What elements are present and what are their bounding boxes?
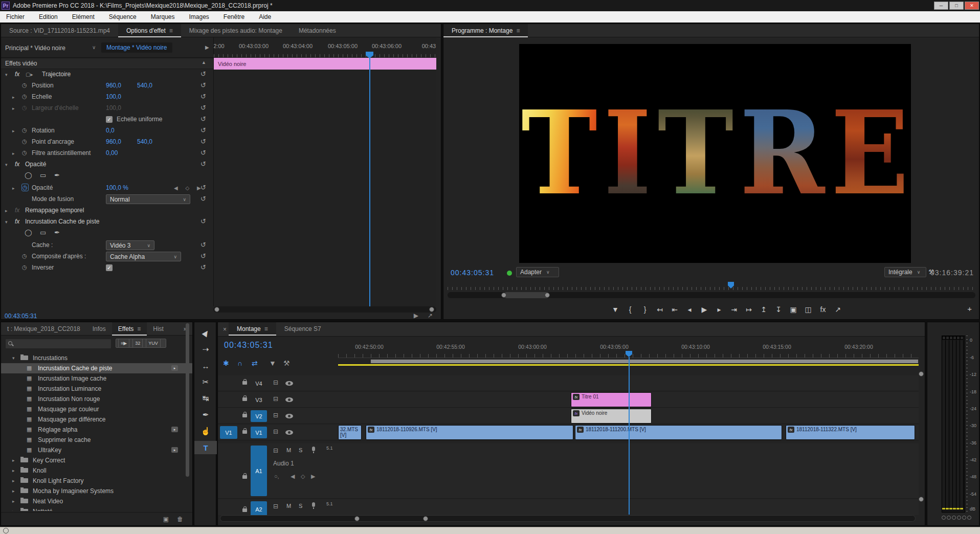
effects-scrollbar[interactable] [186, 323, 189, 477]
snap-icon[interactable]: ∩ [237, 359, 242, 367]
mute-button[interactable]: M [286, 447, 291, 453]
value-x[interactable]: 960,0 [106, 138, 121, 145]
ellipse-mask-icon[interactable]: ◯ [25, 171, 32, 179]
composite-using-select[interactable]: Cache Alpha∨ [106, 252, 181, 261]
effects-tree-item[interactable]: ▸ ▦ Key Correct ▸ [1, 455, 192, 465]
twirl-icon[interactable]: ▾ [5, 162, 8, 167]
timeline-timecode[interactable]: 00:43:05:31 [224, 341, 273, 350]
lock-icon[interactable] [242, 430, 247, 434]
playback-resolution-select[interactable]: Intégrale∨ [884, 267, 926, 277]
toggle-track-output-icon[interactable] [285, 430, 293, 435]
reset-icon[interactable]: ↺ [201, 138, 206, 145]
reset-icon[interactable]: ↺ [201, 195, 206, 203]
toggle-track-output-icon[interactable] [285, 414, 293, 418]
slip-tool[interactable]: ↹ [194, 392, 217, 405]
stopwatch-icon[interactable]: ◷ [22, 149, 27, 156]
sync-lock-icon[interactable]: ⊟ [273, 412, 278, 419]
extract-icon[interactable]: ↧ [775, 305, 782, 314]
clip[interactable]: fxTitre 01 [571, 392, 652, 407]
pen-mask-icon[interactable]: ✒ [54, 229, 60, 236]
stopwatch-icon[interactable]: ◷ [22, 253, 27, 259]
tab-montage[interactable]: Montage≡ [229, 322, 276, 336]
add-marker-icon[interactable]: ▼ [612, 305, 619, 314]
vscroll-handle-top[interactable] [919, 371, 924, 376]
step-forward-icon[interactable]: ▸ [716, 305, 723, 314]
sync-lock-icon[interactable]: ⊟ [273, 447, 278, 454]
twirl-icon[interactable]: ▸ [12, 95, 15, 100]
value[interactable]: 0,0 [106, 127, 115, 134]
program-zoombar[interactable] [448, 292, 975, 298]
reset-icon[interactable]: ↺ [201, 184, 206, 191]
tab-options-effet[interactable]: Options d'effet≡ [118, 24, 181, 37]
timeline-vscrollbar[interactable] [919, 371, 924, 515]
zoombar-handle-left[interactable] [214, 307, 219, 312]
track-target-button[interactable]: V4 [251, 377, 267, 389]
twirl-icon[interactable]: ▸ [12, 151, 15, 156]
reset-icon[interactable]: ↺ [201, 252, 206, 260]
program-timecode[interactable]: 00:43:05:31 [451, 269, 494, 277]
yuv-filter[interactable]: YUV [146, 339, 161, 348]
tab-source[interactable]: Source : VID_17112018-115231.mp4≡ [1, 24, 118, 37]
reset-icon[interactable]: ↺ [201, 104, 206, 112]
keyframe-display-icon[interactable]: ○‚ [274, 473, 279, 479]
clip[interactable]: fx18112018-111200.MTS [V] [575, 425, 782, 440]
tab-programme-montage[interactable]: Programme : Montage ≡ [443, 24, 528, 37]
rect-mask-icon[interactable]: ▭ [40, 171, 46, 179]
effects-tree-item[interactable]: ▦ Réglage alpha ▸ [1, 425, 192, 435]
close-button[interactable]: ✕ [965, 2, 979, 10]
effects-tree-item[interactable]: ▦ Incrustation Luminance ▸ [1, 384, 192, 394]
voiceover-record-icon[interactable] [312, 502, 315, 507]
zoombar-handle-left[interactable] [501, 293, 506, 298]
hand-tool[interactable]: ☝ [194, 425, 217, 438]
fx-badge-icon[interactable]: fx [15, 71, 19, 78]
menu-aide[interactable]: Aide [259, 13, 271, 20]
export-icon[interactable]: ↗ [428, 312, 433, 319]
panel-menu-icon[interactable]: ≡ [169, 27, 173, 34]
value-y[interactable]: 540,0 [137, 82, 152, 89]
clip[interactable]: fx18112018-110926.MTS [V] [366, 425, 573, 440]
effects-tree-item[interactable]: ▦ Incrustation Non rouge ▸ [1, 394, 192, 404]
stopwatch-icon[interactable]: ◷ [22, 138, 27, 145]
vscroll-handle-bottom[interactable] [919, 497, 924, 502]
clip[interactable]: fxVidéo noire [571, 409, 652, 424]
channel-dot[interactable] [942, 516, 946, 520]
tab-metadonnees[interactable]: Métadonnées≡ [291, 24, 344, 37]
add-keyframe-icon[interactable]: ◇ [301, 473, 305, 480]
tab-historique[interactable]: Hist≡ [147, 322, 170, 336]
tab-projet[interactable]: t : Mexique_2018_CC2018≡ [1, 322, 86, 336]
channel-dot[interactable] [957, 516, 961, 520]
lock-icon[interactable] [242, 414, 247, 417]
reset-icon[interactable]: ↺ [201, 149, 206, 157]
clip[interactable]: fx32.MTS [V] [338, 425, 362, 440]
reset-icon[interactable]: ↺ [201, 263, 206, 271]
timeline-view-arrow-icon[interactable]: ▶ [205, 44, 209, 50]
twirl-icon[interactable]: ▸ [12, 186, 15, 191]
reset-icon[interactable]: ↺ [201, 160, 206, 168]
effects-tree-item[interactable]: ▸ ▦ Knoll Light Factory ▸ [1, 476, 192, 486]
timeline-settings-icon[interactable]: ⚒ [283, 359, 290, 367]
blend-mode-select[interactable]: Normal∨ [106, 194, 190, 204]
menu-edition[interactable]: Edition [39, 13, 58, 20]
mute-button[interactable]: M [286, 503, 291, 509]
ellipse-mask-icon[interactable]: ◯ [25, 229, 32, 236]
next-keyframe-icon[interactable]: ▶ [311, 473, 315, 480]
global-fx-mute-icon[interactable]: fx [819, 305, 827, 314]
collapse-icon[interactable]: ▲ [202, 60, 206, 65]
lock-icon[interactable] [242, 397, 247, 401]
value[interactable]: 0,00 [106, 149, 118, 157]
keyframe-nav[interactable]: ◀ ◇ ▶ [174, 185, 204, 191]
comparison-view-icon[interactable]: ◫ [805, 305, 812, 314]
reset-icon[interactable]: ↺ [201, 217, 206, 225]
panel-menu-icon[interactable]: ≡ [264, 325, 268, 332]
linked-selection-icon[interactable]: ⇄ [252, 359, 258, 367]
effects-tree-item[interactable]: ▸ ▦ Mocha by Imagineer Systems ▸ [1, 486, 192, 496]
solo-button[interactable]: S [299, 503, 302, 509]
checkbox[interactable]: ✓ [106, 264, 113, 271]
step-back-icon[interactable]: ◂ [686, 305, 693, 314]
twirl-icon[interactable]: ▸ [12, 106, 15, 111]
razor-tool[interactable]: ✂ [194, 375, 217, 389]
twirl-icon[interactable]: ▸ [12, 478, 15, 483]
twirl-icon[interactable]: ▸ [12, 509, 15, 511]
mini-clip-bar[interactable]: Vidéo noire [214, 58, 436, 70]
zoombar-handle-right[interactable] [423, 516, 428, 521]
